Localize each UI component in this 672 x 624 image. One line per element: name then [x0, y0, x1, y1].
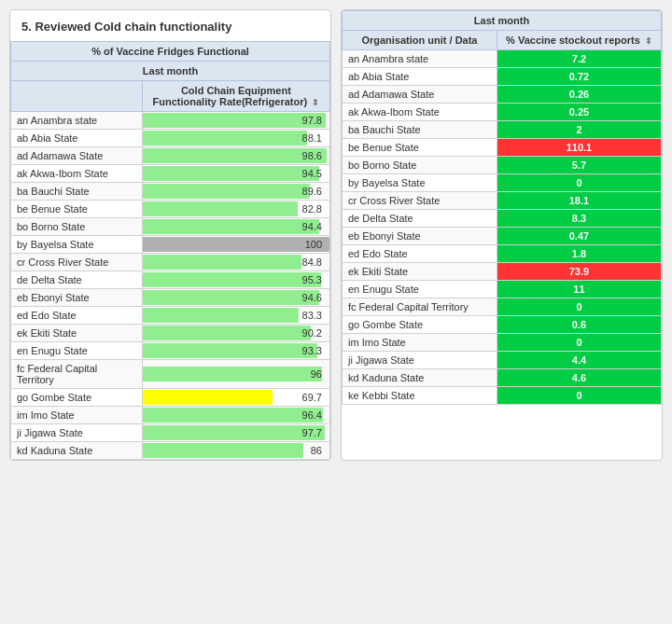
- value-cell: 97.8: [142, 112, 329, 130]
- org-cell: go Gombe State: [343, 316, 497, 334]
- org-cell: ba Bauchi State: [343, 121, 497, 139]
- org-cell: by Bayelsa State: [11, 236, 143, 254]
- org-cell: ke Kebbi State: [343, 387, 497, 405]
- table-row: by Bayelsa State0: [343, 174, 662, 192]
- table-row: ba Bauchi State2: [343, 121, 662, 139]
- org-cell: go Gombe State: [11, 389, 143, 407]
- right-table-wrapper[interactable]: Last month Organisation unit / Data % Va…: [342, 10, 662, 405]
- org-cell: im Imo State: [343, 334, 497, 352]
- table-row: ab Abia State0.72: [343, 68, 662, 86]
- table-row: cr Cross River State18.1: [343, 192, 662, 210]
- table-row: im Imo State0: [343, 334, 662, 352]
- value-cell: 0.26: [497, 86, 661, 104]
- right-table-body: an Anambra state7.2ab Abia State0.72ad A…: [343, 50, 662, 405]
- org-cell: eb Ebonyi State: [11, 289, 143, 307]
- value-cell: 95.3: [142, 271, 329, 289]
- org-cell: ab Abia State: [343, 68, 497, 86]
- table-row: ab Abia State88.1: [11, 130, 330, 147]
- table-row: an Anambra state97.8: [11, 112, 330, 130]
- table-row: ke Kebbi State0: [343, 387, 662, 405]
- value-cell: 0: [497, 174, 661, 192]
- left-last-month: Last month: [11, 62, 330, 81]
- value-cell: 84.8: [142, 254, 329, 271]
- table-row: ek Ekiti State90.2: [11, 325, 330, 342]
- org-cell: an Anambra state: [343, 50, 497, 68]
- org-cell: en Enugu State: [343, 281, 497, 298]
- org-cell: en Enugu State: [11, 342, 143, 360]
- value-cell: 5.7: [497, 157, 661, 174]
- left-col-header: Cold Chain Equipment Functionality Rate(…: [142, 81, 329, 112]
- value-cell: 94.5: [142, 165, 329, 183]
- table-row: fc Federal Capital Territory96: [11, 360, 330, 389]
- org-cell: ba Bauchi State: [11, 183, 143, 201]
- table-row: im Imo State96.4: [11, 407, 330, 424]
- value-cell: 83.3: [142, 307, 329, 325]
- value-cell: 94.6: [142, 289, 329, 307]
- table-row: eb Ebonyi State0.47: [343, 228, 662, 245]
- org-cell: by Bayelsa State: [343, 174, 497, 192]
- table-row: ed Edo State1.8: [343, 245, 662, 263]
- table-row: by Bayelsa State100: [11, 236, 330, 254]
- org-cell: eb Ebonyi State: [343, 228, 497, 245]
- value-cell: 0.6: [497, 316, 661, 334]
- table-row: bo Borno State5.7: [343, 157, 662, 174]
- table-row: ed Edo State83.3: [11, 307, 330, 325]
- org-cell: ed Edo State: [11, 307, 143, 325]
- value-cell: 96: [142, 360, 329, 389]
- table-row: ji Jigawa State97.7: [11, 424, 330, 442]
- table-row: de Delta State8.3: [343, 210, 662, 228]
- right-table: Last month Organisation unit / Data % Va…: [342, 10, 662, 405]
- value-cell: 0: [497, 334, 661, 352]
- org-cell: fc Federal Capital Territory: [11, 360, 143, 389]
- org-cell: bo Borno State: [11, 218, 143, 236]
- table-row: bo Borno State94.4: [11, 218, 330, 236]
- left-section-header: % of Vaccine Fridges Functional: [11, 42, 330, 62]
- value-cell: 0: [497, 387, 661, 405]
- org-cell: ak Akwa-Ibom State: [11, 165, 143, 183]
- main-container: 5. Reviewed Cold chain functionality % o…: [9, 9, 663, 461]
- value-cell: 97.7: [142, 424, 329, 442]
- left-org-header: [11, 81, 143, 112]
- table-row: ek Ekiti State73.9: [343, 263, 662, 281]
- org-cell: ad Adamawa State: [11, 147, 143, 165]
- value-cell: 0: [497, 298, 661, 316]
- value-cell: 96.4: [142, 407, 329, 424]
- org-cell: ji Jigawa State: [11, 424, 143, 442]
- value-cell: 88.1: [142, 130, 329, 147]
- right-val-header: % Vaccine stockout reports ⇕: [497, 31, 661, 50]
- table-row: be Benue State82.8: [11, 201, 330, 218]
- org-cell: an Anambra state: [11, 112, 143, 130]
- org-cell: de Delta State: [343, 210, 497, 228]
- org-cell: de Delta State: [11, 271, 143, 289]
- right-last-month: Last month: [343, 11, 662, 31]
- left-panel: 5. Reviewed Cold chain functionality % o…: [9, 9, 331, 461]
- value-cell: 4.6: [497, 369, 661, 387]
- org-cell: ad Adamawa State: [343, 86, 497, 104]
- sort-icon[interactable]: ⇕: [312, 98, 319, 107]
- table-row: ba Bauchi State89.6: [11, 183, 330, 201]
- value-cell: 18.1: [497, 192, 661, 210]
- org-cell: ek Ekiti State: [11, 325, 143, 342]
- org-cell: cr Cross River State: [11, 254, 143, 271]
- value-cell: 86: [142, 442, 329, 460]
- value-cell: 93.3: [142, 342, 329, 360]
- sort-icon-right[interactable]: ⇕: [645, 36, 652, 46]
- value-cell: 82.8: [142, 201, 329, 218]
- org-cell: kd Kaduna State: [11, 442, 143, 460]
- value-cell: 0.72: [497, 68, 661, 86]
- value-cell: 94.4: [142, 218, 329, 236]
- value-cell: 7.2: [497, 50, 661, 68]
- table-row: ad Adamawa State98.6: [11, 147, 330, 165]
- org-cell: fc Federal Capital Territory: [343, 298, 497, 316]
- value-cell: 73.9: [497, 263, 661, 281]
- org-cell: cr Cross River State: [343, 192, 497, 210]
- left-table-wrapper[interactable]: % of Vaccine Fridges Functional Last mon…: [10, 41, 330, 460]
- table-row: go Gombe State69.7: [11, 389, 330, 407]
- table-row: kd Kaduna State86: [11, 442, 330, 460]
- value-cell: 4.4: [497, 352, 661, 369]
- value-cell: 100: [142, 236, 329, 254]
- org-cell: kd Kaduna State: [343, 369, 497, 387]
- value-cell: 90.2: [142, 325, 329, 342]
- right-panel: Last month Organisation unit / Data % Va…: [341, 9, 663, 461]
- table-row: eb Ebonyi State94.6: [11, 289, 330, 307]
